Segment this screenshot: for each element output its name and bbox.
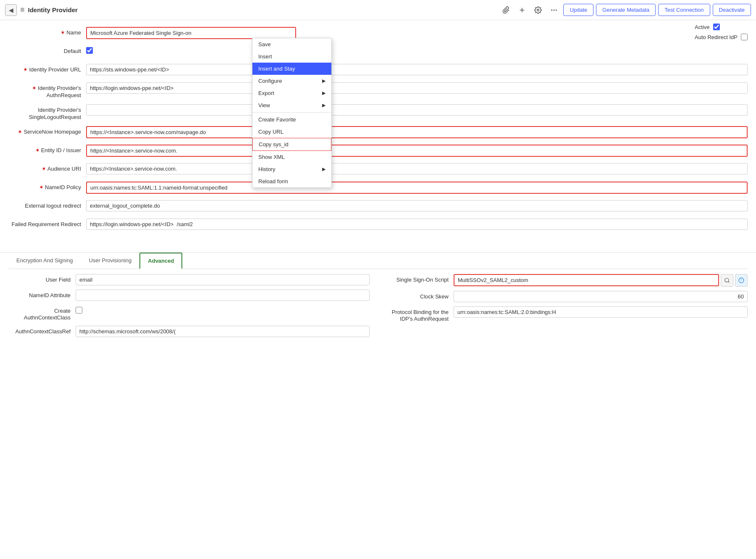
- menu-item-view[interactable]: View ▶: [252, 99, 331, 111]
- menu-item-configure[interactable]: Configure ▶: [252, 75, 331, 87]
- svg-point-3: [551, 9, 553, 11]
- entity-id-label: ✶Entity ID / Issuer: [8, 145, 86, 154]
- tabs-bar: Encryption And Signing User Provisioning…: [8, 253, 748, 269]
- advanced-right-column: Single Sign-On Script Clock Skew: [386, 274, 748, 342]
- nameid-policy-input[interactable]: [86, 182, 748, 194]
- svg-line-7: [728, 281, 730, 282]
- name-field: [86, 27, 296, 39]
- audience-uri-row: ✶Audience URI: [8, 163, 748, 177]
- idp-authn-field: [86, 82, 748, 94]
- sso-script-input[interactable]: [454, 274, 719, 286]
- clock-skew-input[interactable]: [454, 291, 748, 302]
- header-toolbar: Update Generate Metadata Test Connection…: [499, 3, 751, 17]
- chevron-right-icon: ▶: [322, 166, 326, 172]
- idp-url-label: ✶Identity Provider URL: [8, 64, 86, 74]
- menu-item-copy-url[interactable]: Copy URL: [252, 126, 331, 138]
- ext-logout-input[interactable]: [86, 200, 748, 211]
- clock-skew-row: Clock Skew: [386, 291, 748, 302]
- update-button[interactable]: Update: [563, 4, 593, 16]
- main-form: Active Auto Redirect IdP ✶Name Default: [0, 20, 756, 346]
- menu-item-insert[interactable]: Insert: [252, 50, 331, 63]
- attachment-button[interactable]: [499, 3, 513, 17]
- deactivate-button[interactable]: Deactivate: [713, 4, 751, 16]
- sso-script-search-button[interactable]: [721, 274, 733, 287]
- user-field-input[interactable]: [76, 274, 370, 285]
- entity-id-input[interactable]: [86, 145, 748, 157]
- user-field-field: [76, 274, 370, 285]
- active-row: Active: [695, 24, 748, 30]
- nameid-attr-row: NameID Attribute: [8, 290, 370, 301]
- create-authn-label: Create AuthnContextClass: [8, 305, 76, 322]
- audience-uri-input[interactable]: [86, 163, 748, 174]
- menu-item-reload-form[interactable]: Reload form: [252, 175, 331, 187]
- audience-uri-field: [86, 163, 748, 174]
- idp-logout-input[interactable]: [86, 104, 748, 116]
- svg-point-4: [554, 9, 555, 11]
- sso-script-info-button[interactable]: [735, 274, 748, 287]
- top-right-controls: Active Auto Redirect IdP: [695, 24, 748, 40]
- menu-item-history[interactable]: History ▶: [252, 163, 331, 175]
- tab-advanced[interactable]: Advanced: [139, 253, 182, 269]
- nameid-attr-input[interactable]: [76, 290, 370, 301]
- sso-script-field: [454, 274, 748, 287]
- failed-req-input[interactable]: [86, 219, 748, 230]
- menu-item-show-xml[interactable]: Show XML: [252, 151, 331, 163]
- settings-button[interactable]: [531, 3, 545, 17]
- create-authn-field: [76, 305, 370, 314]
- servicenow-homepage-row: ✶ServiceNow Homepage: [8, 126, 748, 140]
- page-header: ◀ ≡ Identity Provider Update Generate Me…: [0, 0, 756, 20]
- page-title: Identity Provider: [28, 6, 78, 13]
- hamburger-menu-icon[interactable]: ≡: [20, 5, 25, 14]
- menu-separator: [252, 112, 331, 113]
- svg-point-2: [537, 9, 539, 11]
- servicenow-homepage-input[interactable]: [86, 126, 748, 138]
- active-checkbox[interactable]: [713, 24, 720, 30]
- default-row: Default: [8, 45, 748, 59]
- ext-logout-row: External logout redirect: [8, 200, 748, 214]
- back-button[interactable]: ◀: [5, 4, 17, 16]
- chevron-right-icon: ▶: [322, 78, 326, 84]
- clock-skew-label: Clock Skew: [386, 291, 454, 301]
- test-connection-button[interactable]: Test Connection: [658, 4, 710, 16]
- menu-item-insert-and-stay[interactable]: Insert and Stay: [252, 63, 331, 75]
- protocol-binding-input[interactable]: [454, 306, 748, 318]
- svg-point-5: [556, 9, 557, 11]
- chevron-right-icon: ▶: [322, 103, 326, 108]
- idp-authn-row: ✶Identity Provider's AuthnRequest: [8, 82, 748, 99]
- protocol-binding-row: Protocol Binding for the IDP's AuthnRequ…: [386, 306, 748, 323]
- auto-redirect-label: Auto Redirect IdP: [695, 34, 738, 40]
- generate-metadata-button[interactable]: Generate Metadata: [596, 4, 656, 16]
- user-field-label: User Field: [8, 274, 76, 284]
- plus-button[interactable]: [515, 3, 529, 17]
- menu-item-copy-sysid[interactable]: Copy sys_id: [252, 138, 331, 151]
- default-checkbox[interactable]: [86, 47, 93, 54]
- menu-item-create-favorite[interactable]: Create Favorite: [252, 113, 331, 126]
- authn-class-ref-input[interactable]: [76, 326, 370, 337]
- menu-item-save[interactable]: Save: [252, 38, 331, 50]
- user-field-row: User Field: [8, 274, 370, 285]
- audience-uri-label: ✶Audience URI: [8, 163, 86, 173]
- default-checkbox-wrapper: [86, 45, 748, 54]
- nameid-policy-field: [86, 182, 748, 194]
- active-label: Active: [695, 24, 709, 30]
- tab-user-provisioning[interactable]: User Provisioning: [81, 253, 139, 269]
- idp-authn-input[interactable]: [86, 82, 748, 94]
- tab-encryption-signing[interactable]: Encryption And Signing: [8, 253, 81, 269]
- failed-req-field: [86, 219, 748, 230]
- auto-redirect-checkbox[interactable]: [741, 34, 748, 40]
- chevron-right-icon: ▶: [322, 90, 326, 96]
- protocol-binding-field: [454, 306, 748, 318]
- ext-logout-label: External logout redirect: [8, 200, 86, 210]
- entity-id-field: [86, 145, 748, 157]
- idp-url-row: ✶Identity Provider URL: [8, 64, 748, 77]
- menu-item-export[interactable]: Export ▶: [252, 87, 331, 99]
- idp-url-input[interactable]: [86, 64, 748, 75]
- svg-point-6: [725, 278, 729, 282]
- idp-logout-label: Identity Provider's SingleLogoutRequest: [8, 104, 86, 121]
- tabs-container: Encryption And Signing User Provisioning…: [0, 252, 756, 269]
- nameid-policy-label: ✶NameID Policy: [8, 182, 86, 191]
- more-button[interactable]: [547, 3, 561, 17]
- create-authn-checkbox[interactable]: [76, 307, 82, 314]
- name-input[interactable]: [86, 27, 296, 39]
- failed-req-label: Failed Requirement Redirect: [8, 219, 86, 228]
